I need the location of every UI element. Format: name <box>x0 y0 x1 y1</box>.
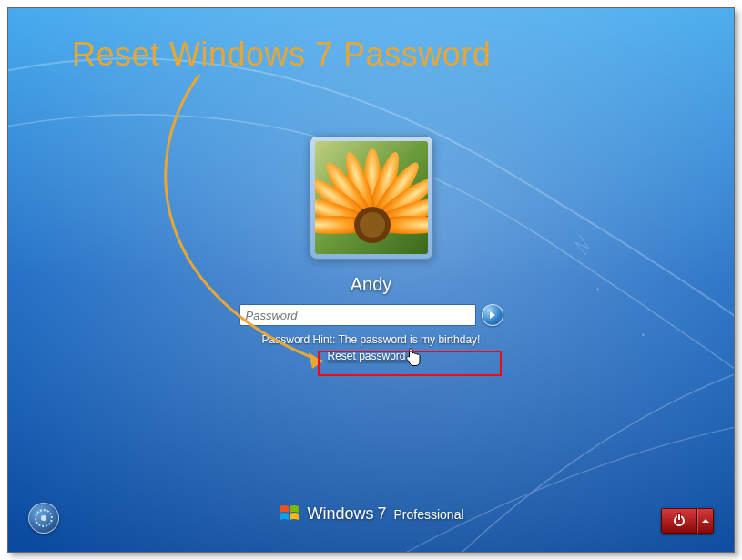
avatar-flower-image <box>315 141 428 254</box>
screenshot-frame: Reset Windows 7 Password <box>7 7 735 553</box>
shutdown-options-button[interactable] <box>697 508 714 534</box>
brand-edition-text: Professional <box>394 507 464 522</box>
user-block: Andy Password Hint: The password is my b… <box>239 136 503 362</box>
annotation-title: Reset Windows 7 Password <box>72 36 491 74</box>
arrow-right-icon <box>490 311 495 319</box>
password-input[interactable] <box>239 304 476 326</box>
shutdown-button[interactable] <box>661 508 697 534</box>
windows-branding: Windows 7 Professional <box>278 503 463 524</box>
windows-logo-icon <box>278 503 300 524</box>
brand-windows-text: Windows <box>307 504 373 524</box>
login-screen: Reset Windows 7 Password <box>8 8 734 552</box>
brand-version-text: 7 <box>377 504 386 524</box>
ease-of-access-button[interactable] <box>28 503 59 534</box>
power-icon <box>674 515 685 526</box>
chevron-up-icon <box>702 519 709 523</box>
svg-point-16 <box>360 212 385 238</box>
password-hint-text: Password Hint: The password is my birthd… <box>262 333 481 346</box>
submit-button[interactable] <box>482 304 503 326</box>
svg-point-1 <box>642 333 645 336</box>
password-row <box>239 304 503 326</box>
svg-point-0 <box>596 288 599 290</box>
ease-of-access-icon <box>35 509 53 527</box>
shutdown-group <box>661 508 714 534</box>
username-label: Andy <box>351 274 392 295</box>
reset-password-link[interactable]: Reset password... <box>327 350 414 362</box>
user-avatar <box>310 136 433 260</box>
